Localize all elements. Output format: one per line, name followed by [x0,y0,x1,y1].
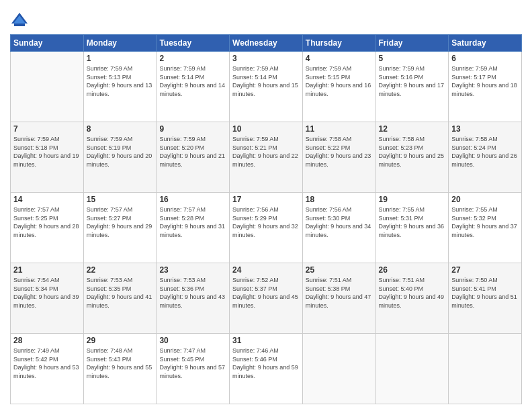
day-number: 22 [87,265,154,275]
calendar-cell: 5 Sunrise: 7:59 AMSunset: 5:16 PMDayligh… [375,52,449,122]
day-info: Sunrise: 7:59 AMSunset: 5:14 PMDaylight:… [159,65,225,97]
calendar-cell [11,52,84,122]
svg-rect-2 [14,24,25,26]
calendar-cell: 20 Sunrise: 7:55 AMSunset: 5:32 PMDaylig… [449,193,522,263]
calendar-cell: 26 Sunrise: 7:51 AMSunset: 5:40 PMDaylig… [375,263,449,334]
calendar-cell: 13 Sunrise: 7:58 AMSunset: 5:24 PMDaylig… [449,122,522,193]
day-info: Sunrise: 7:55 AMSunset: 5:32 PMDaylight:… [451,206,517,238]
day-info: Sunrise: 7:57 AMSunset: 5:28 PMDaylight:… [159,206,225,238]
header-row: SundayMondayTuesdayWednesdayThursdayFrid… [11,35,522,52]
day-info: Sunrise: 7:59 AMSunset: 5:19 PMDaylight:… [87,136,152,168]
calendar-header: SundayMondayTuesdayWednesdayThursdayFrid… [11,35,522,52]
calendar-body: 1 Sunrise: 7:59 AMSunset: 5:13 PMDayligh… [11,52,522,404]
calendar-cell: 7 Sunrise: 7:59 AMSunset: 5:18 PMDayligh… [11,122,84,193]
day-number: 29 [87,336,154,345]
day-number: 28 [13,336,81,345]
day-number: 27 [451,265,519,275]
logo [10,10,32,29]
day-info: Sunrise: 7:52 AMSunset: 5:37 PMDaylight:… [232,277,298,309]
day-info: Sunrise: 7:54 AMSunset: 5:34 PMDaylight:… [13,277,79,309]
day-info: Sunrise: 7:58 AMSunset: 5:23 PMDaylight:… [379,136,445,168]
day-info: Sunrise: 7:51 AMSunset: 5:38 PMDaylight:… [306,277,371,309]
calendar-cell: 2 Sunrise: 7:59 AMSunset: 5:14 PMDayligh… [157,52,230,122]
calendar-cell: 6 Sunrise: 7:59 AMSunset: 5:17 PMDayligh… [449,52,522,122]
calendar-cell: 14 Sunrise: 7:57 AMSunset: 5:25 PMDaylig… [11,193,84,263]
column-header-saturday: Saturday [449,35,522,52]
day-info: Sunrise: 7:59 AMSunset: 5:21 PMDaylight:… [232,136,298,168]
day-number: 25 [306,265,373,275]
day-info: Sunrise: 7:59 AMSunset: 5:13 PMDaylight:… [87,65,152,97]
day-number: 18 [306,195,373,204]
day-number: 5 [379,54,446,63]
day-info: Sunrise: 7:57 AMSunset: 5:25 PMDaylight:… [13,206,79,238]
calendar-cell: 18 Sunrise: 7:56 AMSunset: 5:30 PMDaylig… [302,193,375,263]
day-number: 10 [232,124,300,134]
column-header-thursday: Thursday [302,35,375,52]
day-info: Sunrise: 7:57 AMSunset: 5:27 PMDaylight:… [87,206,152,238]
logo-icon [10,10,29,29]
column-header-wednesday: Wednesday [230,35,303,52]
calendar-week-3: 14 Sunrise: 7:57 AMSunset: 5:25 PMDaylig… [11,193,522,263]
calendar-cell: 21 Sunrise: 7:54 AMSunset: 5:34 PMDaylig… [11,263,84,334]
day-info: Sunrise: 7:59 AMSunset: 5:15 PMDaylight:… [306,65,371,97]
calendar-cell: 3 Sunrise: 7:59 AMSunset: 5:14 PMDayligh… [230,52,303,122]
column-header-tuesday: Tuesday [157,35,230,52]
calendar-cell: 10 Sunrise: 7:59 AMSunset: 5:21 PMDaylig… [230,122,303,193]
day-number: 2 [159,54,226,63]
day-info: Sunrise: 7:55 AMSunset: 5:31 PMDaylight:… [379,206,445,238]
calendar-cell: 15 Sunrise: 7:57 AMSunset: 5:27 PMDaylig… [83,193,157,263]
day-number: 1 [87,54,154,63]
day-number: 9 [159,124,226,134]
day-info: Sunrise: 7:51 AMSunset: 5:40 PMDaylight:… [379,277,445,309]
day-info: Sunrise: 7:47 AMSunset: 5:45 PMDaylight:… [159,347,225,379]
calendar-cell [302,334,375,404]
calendar-cell [375,334,449,404]
day-number: 11 [306,124,373,134]
day-info: Sunrise: 7:59 AMSunset: 5:20 PMDaylight:… [159,136,225,168]
calendar-cell: 30 Sunrise: 7:47 AMSunset: 5:45 PMDaylig… [157,334,230,404]
calendar-cell: 31 Sunrise: 7:46 AMSunset: 5:46 PMDaylig… [230,334,303,404]
calendar-cell: 4 Sunrise: 7:59 AMSunset: 5:15 PMDayligh… [302,52,375,122]
day-info: Sunrise: 7:59 AMSunset: 5:18 PMDaylight:… [13,136,79,168]
day-number: 6 [451,54,519,63]
column-header-monday: Monday [83,35,157,52]
day-info: Sunrise: 7:56 AMSunset: 5:29 PMDaylight:… [232,206,298,238]
calendar-cell: 19 Sunrise: 7:55 AMSunset: 5:31 PMDaylig… [375,193,449,263]
day-info: Sunrise: 7:46 AMSunset: 5:46 PMDaylight:… [232,347,298,379]
day-number: 16 [159,195,226,204]
column-header-sunday: Sunday [11,35,84,52]
day-number: 12 [379,124,446,134]
day-info: Sunrise: 7:59 AMSunset: 5:16 PMDaylight:… [379,65,445,97]
calendar-cell: 28 Sunrise: 7:49 AMSunset: 5:42 PMDaylig… [11,334,84,404]
day-number: 8 [87,124,154,134]
day-number: 30 [159,336,226,345]
day-number: 15 [87,195,154,204]
day-number: 4 [306,54,373,63]
calendar-cell [449,334,522,404]
day-number: 7 [13,124,81,134]
column-header-friday: Friday [375,35,449,52]
header [10,10,522,29]
calendar-cell: 27 Sunrise: 7:50 AMSunset: 5:41 PMDaylig… [449,263,522,334]
day-number: 3 [232,54,300,63]
calendar-cell: 25 Sunrise: 7:51 AMSunset: 5:38 PMDaylig… [302,263,375,334]
day-info: Sunrise: 7:59 AMSunset: 5:17 PMDaylight:… [451,65,517,97]
day-number: 24 [232,265,300,275]
calendar-week-2: 7 Sunrise: 7:59 AMSunset: 5:18 PMDayligh… [11,122,522,193]
calendar-cell: 11 Sunrise: 7:58 AMSunset: 5:22 PMDaylig… [302,122,375,193]
day-info: Sunrise: 7:58 AMSunset: 5:24 PMDaylight:… [451,136,517,168]
page: SundayMondayTuesdayWednesdayThursdayFrid… [0,0,532,411]
day-info: Sunrise: 7:53 AMSunset: 5:36 PMDaylight:… [159,277,225,309]
day-number: 14 [13,195,81,204]
day-info: Sunrise: 7:59 AMSunset: 5:14 PMDaylight:… [232,65,298,97]
day-number: 19 [379,195,446,204]
calendar-week-1: 1 Sunrise: 7:59 AMSunset: 5:13 PMDayligh… [11,52,522,122]
calendar-cell: 29 Sunrise: 7:48 AMSunset: 5:43 PMDaylig… [83,334,157,404]
day-number: 23 [159,265,226,275]
day-number: 26 [379,265,446,275]
calendar-table: SundayMondayTuesdayWednesdayThursdayFrid… [10,34,522,404]
calendar-cell: 22 Sunrise: 7:53 AMSunset: 5:35 PMDaylig… [83,263,157,334]
calendar-cell: 1 Sunrise: 7:59 AMSunset: 5:13 PMDayligh… [83,52,157,122]
calendar-week-4: 21 Sunrise: 7:54 AMSunset: 5:34 PMDaylig… [11,263,522,334]
calendar-week-5: 28 Sunrise: 7:49 AMSunset: 5:42 PMDaylig… [11,334,522,404]
